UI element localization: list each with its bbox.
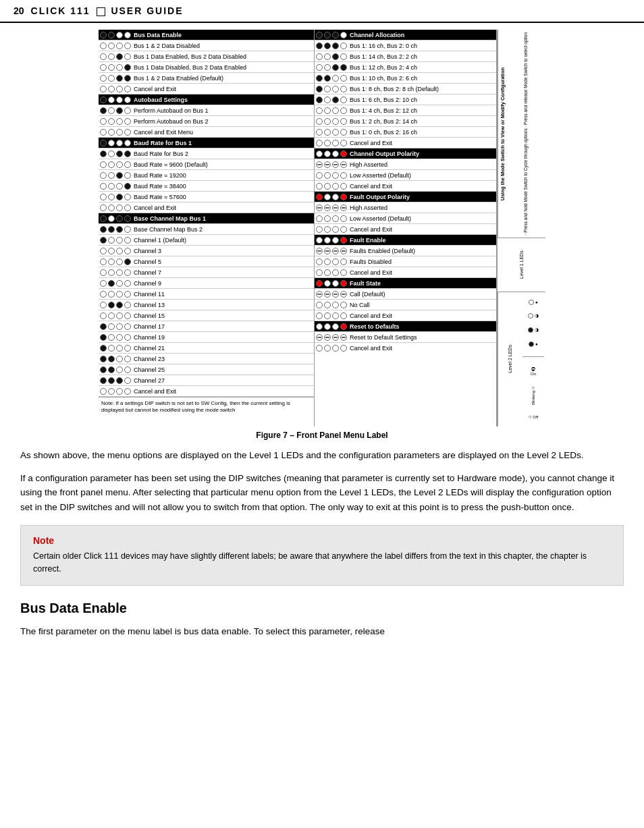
led [332,118,339,125]
blink-indicator: ◑ [535,313,539,319]
led [100,248,107,254]
led [116,226,123,233]
led [316,43,323,49]
led [108,248,115,254]
led [324,345,331,352]
table-row: Channel 27 [99,375,314,386]
table-row: Bus 1 Data Enabled, Bus 2 Data Disabled [99,51,314,62]
led [340,107,347,114]
led [100,345,107,352]
row-leds [316,291,347,298]
table-row: Baud Rate = 57600 [99,192,314,202]
row-label: Channel 11 [134,291,313,298]
table-row: Cancel and Exit [99,84,314,94]
row-label: Low Asserted (Default) [350,172,495,179]
row-leds [316,140,347,146]
led [124,269,131,276]
row-leds [316,345,347,352]
row-label: High Asserted [350,161,495,168]
table-row: Bus 1: 4 ch, Bus 2: 12 ch [315,105,496,116]
row-label: Channel 21 [134,345,313,352]
led [332,107,339,114]
led [116,183,123,190]
table-row: Bus 1 & 2 Data Enabled (Default) [99,73,314,84]
row-label: Channel 15 [134,312,313,319]
section-header-faultenable: Fault Enable [315,235,496,246]
led [324,323,331,330]
row-leds [100,172,131,179]
led [340,226,347,233]
led [108,377,115,384]
table-row: Channel 23 [99,354,314,364]
led [316,64,323,71]
row-label: Cancel and Exit [350,183,495,190]
section-header-faultpol: Fault Output Polarity [315,192,496,202]
led [124,345,131,352]
led [324,107,331,114]
led [316,323,323,330]
led [116,302,123,308]
led-circle-filled2 [529,341,534,347]
section-label: Channel Output Polarity [350,150,495,157]
row-leds [100,377,131,384]
led [124,226,131,233]
led [108,312,115,319]
led [124,183,131,190]
table-row: Faults Enabled (Default) [315,246,496,256]
row-leds [100,204,131,211]
led [116,215,123,222]
led [100,194,107,200]
led [324,86,331,92]
led [316,345,323,352]
row-label: Baud Rate = 38400 [134,183,313,190]
led [324,183,331,190]
row-label: Cancel and Exit [350,269,495,276]
led [340,204,347,211]
led [324,129,331,136]
table-row: Perform Autobaud on Bus 1 [99,105,314,116]
row-leds [316,86,347,92]
led [324,226,331,233]
led [332,291,339,298]
led [332,86,339,92]
led [108,291,115,298]
led [316,194,323,200]
led [332,96,339,103]
led [100,150,107,157]
row-leds [316,312,347,319]
table-row: Bus 1: 12 ch, Bus 2: 4 ch [315,62,496,73]
table-row: Baud Rate for Bus 2 [99,148,314,159]
led [124,64,131,71]
section-header-baud1: Baud Rate for Bus 1 [99,138,314,148]
row-leds [100,129,131,136]
row-leds [316,248,347,254]
led [124,312,131,319]
row-leds [100,43,131,49]
led [340,258,347,265]
row-label: Faults Enabled (Default) [350,248,495,254]
led [316,75,323,82]
row-leds [316,172,347,179]
row-label: High Asserted [350,204,495,211]
left-header-text: Bus Data Enable [134,32,313,38]
row-leds [100,388,131,395]
led [116,75,123,82]
led [100,53,107,60]
led [116,204,123,211]
led [108,345,115,352]
led [108,226,115,233]
note-text: Note: If a settings DIP switch is not se… [101,400,311,414]
table-row: Channel 5 [99,256,314,267]
row-leds [100,302,131,308]
led [116,258,123,265]
table-row: Channel 15 [99,310,314,321]
table-row: Bus 1: 2 ch, Bus 2: 14 ch [315,116,496,127]
led [100,388,107,395]
led [108,237,115,244]
row-leds [316,96,347,103]
led [332,312,339,319]
led [108,75,115,82]
row-label: Channel 1 (Default) [134,237,313,244]
led [124,172,131,179]
led [340,334,347,341]
